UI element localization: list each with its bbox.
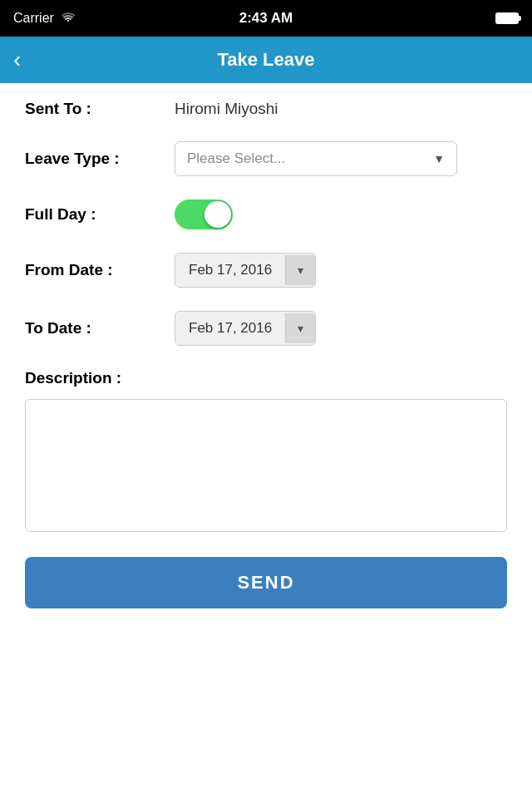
- nav-bar: ‹ Take Leave: [0, 37, 532, 83]
- toggle-knob: [204, 201, 231, 228]
- back-button[interactable]: ‹: [13, 48, 21, 71]
- sent-to-value: Hiromi Miyoshi: [175, 100, 278, 118]
- leave-type-label: Leave Type :: [25, 150, 175, 168]
- from-date-label: From Date :: [25, 261, 175, 279]
- to-date-row: To Date : Feb 17, 2016 ▾: [25, 311, 507, 346]
- leave-type-row: Leave Type : Please Select... ▼: [25, 141, 507, 176]
- description-row: Description :: [25, 369, 507, 535]
- form-content: Sent To : Hiromi Miyoshi Leave Type : Pl…: [0, 83, 532, 625]
- from-date-value: Feb 17, 2016: [175, 254, 285, 287]
- leave-type-arrow-icon: ▼: [433, 152, 445, 165]
- battery-icon: [495, 12, 519, 24]
- carrier-label: Carrier: [13, 11, 54, 26]
- sent-to-label: Sent To :: [25, 100, 175, 118]
- description-label: Description :: [25, 369, 507, 387]
- status-bar: Carrier 2:43 AM: [0, 0, 532, 37]
- description-textarea[interactable]: [25, 399, 507, 532]
- status-bar-time: 2:43 AM: [239, 10, 293, 27]
- sent-to-row: Sent To : Hiromi Miyoshi: [25, 100, 507, 118]
- send-button[interactable]: SEND: [25, 557, 507, 608]
- status-bar-right: [495, 12, 519, 24]
- from-date-row: From Date : Feb 17, 2016 ▾: [25, 253, 507, 288]
- to-date-label: To Date :: [25, 319, 175, 337]
- from-date-picker[interactable]: Feb 17, 2016 ▾: [175, 253, 316, 288]
- status-bar-left: Carrier: [13, 11, 76, 26]
- full-day-toggle-container: [175, 200, 233, 229]
- from-date-arrow-icon: ▾: [285, 255, 315, 285]
- leave-type-dropdown[interactable]: Please Select... ▼: [175, 141, 457, 176]
- leave-type-placeholder: Please Select...: [187, 150, 285, 167]
- full-day-label: Full Day :: [25, 205, 175, 224]
- to-date-arrow-icon: ▾: [285, 313, 315, 343]
- wifi-icon: [61, 11, 76, 26]
- page-title: Take Leave: [217, 49, 314, 71]
- full-day-row: Full Day :: [25, 200, 507, 229]
- to-date-value: Feb 17, 2016: [175, 312, 285, 345]
- full-day-toggle[interactable]: [175, 200, 233, 229]
- to-date-picker[interactable]: Feb 17, 2016 ▾: [175, 311, 316, 346]
